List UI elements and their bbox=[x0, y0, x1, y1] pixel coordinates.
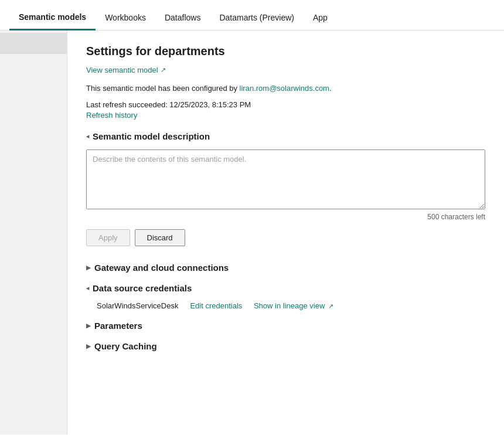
email-link[interactable]: liran.rom@solarwinds.com bbox=[240, 84, 329, 93]
datasource-section: ◂ Data source credentials SolarWindsServ… bbox=[86, 283, 485, 310]
gateway-section: ▶ Gateway and cloud connections bbox=[86, 263, 485, 273]
cred-separator bbox=[247, 301, 249, 310]
datasource-section-label: Data source credentials bbox=[93, 283, 192, 293]
page-title: Settings for departments bbox=[86, 45, 485, 58]
layout: Settings for departments View semantic m… bbox=[0, 30, 504, 434]
tab-workbooks[interactable]: Workbooks bbox=[96, 5, 155, 30]
external-link-icon: ↗ bbox=[161, 66, 166, 74]
parameters-chevron-icon: ▶ bbox=[86, 322, 91, 329]
refresh-history-link[interactable]: Refresh history bbox=[86, 111, 137, 120]
last-refresh-info: Last refresh succeeded: 12/25/2023, 8:15… bbox=[86, 100, 485, 109]
tab-semantic-models[interactable]: Semantic models bbox=[9, 4, 96, 30]
query-caching-section-label: Query Caching bbox=[94, 341, 157, 351]
view-semantic-model-link[interactable]: View semantic model ↗ bbox=[86, 66, 166, 74]
tab-dataflows[interactable]: Dataflows bbox=[155, 5, 210, 30]
gateway-section-header[interactable]: ▶ Gateway and cloud connections bbox=[86, 263, 485, 273]
description-textarea[interactable] bbox=[87, 150, 485, 209]
discard-button[interactable]: Discard bbox=[135, 229, 185, 246]
configured-by-text: This semantic model has been configured … bbox=[86, 83, 485, 94]
sidebar bbox=[0, 30, 67, 434]
main-content: Settings for departments View semantic m… bbox=[67, 30, 504, 434]
lineage-external-icon: ↗ bbox=[328, 303, 333, 310]
query-caching-chevron-icon: ▶ bbox=[86, 343, 91, 349]
query-caching-section: ▶ Query Caching bbox=[86, 341, 485, 351]
datasource-section-header[interactable]: ◂ Data source credentials bbox=[86, 283, 485, 293]
query-caching-section-header[interactable]: ▶ Query Caching bbox=[86, 341, 485, 351]
gateway-section-label: Gateway and cloud connections bbox=[94, 263, 229, 273]
description-section: ◂ Semantic model description 500 charact… bbox=[86, 131, 485, 246]
button-row: Apply Discard bbox=[86, 229, 485, 246]
tab-datamarts[interactable]: Datamarts (Preview) bbox=[210, 5, 304, 30]
parameters-section: ▶ Parameters bbox=[86, 321, 485, 331]
top-nav: Semantic models Workbooks Dataflows Data… bbox=[0, 0, 504, 30]
show-lineage-link[interactable]: Show in lineage view ↗ bbox=[254, 301, 333, 310]
datasource-chevron-icon: ◂ bbox=[86, 285, 89, 291]
description-section-header[interactable]: ◂ Semantic model description bbox=[86, 131, 485, 141]
description-textarea-container bbox=[86, 149, 485, 209]
credential-row: SolarWindsServiceDesk Edit credentials S… bbox=[86, 301, 485, 310]
char-count: 500 characters left bbox=[86, 213, 485, 221]
sidebar-item-1 bbox=[0, 33, 67, 54]
gateway-chevron-icon: ▶ bbox=[86, 264, 91, 271]
parameters-section-label: Parameters bbox=[94, 321, 142, 331]
parameters-section-header[interactable]: ▶ Parameters bbox=[86, 321, 485, 331]
edit-credentials-link[interactable]: Edit credentials bbox=[190, 301, 242, 310]
description-section-label: Semantic model description bbox=[93, 131, 210, 141]
description-chevron-icon: ◂ bbox=[86, 133, 89, 140]
apply-button[interactable]: Apply bbox=[86, 229, 130, 246]
tab-app[interactable]: App bbox=[304, 5, 337, 30]
credential-name: SolarWindsServiceDesk bbox=[97, 301, 178, 310]
